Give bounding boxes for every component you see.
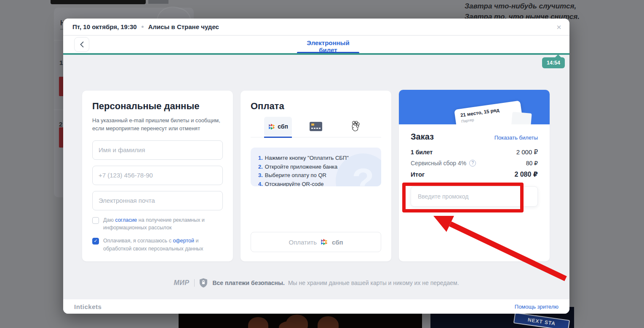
marketing-consent-checkbox[interactable]: ✓: [92, 217, 99, 224]
tab-electronic-ticket[interactable]: Электронный билет: [297, 39, 359, 54]
name-field[interactable]: [92, 140, 223, 160]
modal-tabbar: Электронный билет: [63, 36, 569, 53]
order-row-tickets: 1 билет 2 000 ₽: [411, 148, 538, 156]
personal-data-subtitle: На указанный e-mail пришлем билеты и соо…: [92, 117, 223, 133]
next-station-sign: NEXT STA: [513, 312, 570, 328]
sbp-logo-icon: [268, 123, 276, 131]
help-icon[interactable]: ?: [469, 160, 476, 167]
event-title: Алисы в Стране чудес: [148, 23, 219, 30]
offer-link[interactable]: офертой: [173, 238, 194, 244]
consent-link[interactable]: согласие: [115, 217, 137, 223]
email-field[interactable]: [92, 191, 223, 210]
pay-sbp-button[interactable]: Оплатить сбп: [251, 232, 381, 252]
security-text: Мы не храним данные вашей карты и никому…: [288, 280, 459, 286]
ticket-preview-secondary: [511, 112, 532, 124]
security-bold-text: Все платежи безопасны.: [212, 280, 285, 286]
security-note: МИР Все платежи безопасны. Мы не храним …: [63, 278, 569, 288]
personal-data-title: Персональные данные: [92, 101, 223, 112]
divider: [194, 279, 195, 287]
background-item-number: 2: [59, 121, 62, 128]
payment-methods: сбп: [251, 116, 381, 137]
background-top-bar: [51, 0, 146, 4]
bank-card-icon: [310, 122, 322, 131]
background-top-bar-fragment: [148, 0, 168, 4]
promo-code-input[interactable]: [411, 186, 538, 207]
sbp-step: 2.Откройте приложение банка: [258, 163, 374, 172]
order-body: Заказ Показать билеты 1 билет 2 000 ₽ Се…: [399, 124, 550, 217]
event-date: Пт, 10 октября, 19:30: [72, 23, 137, 30]
order-title: Заказ: [411, 132, 434, 142]
sbp-step: 1.Нажмите кнопку "Оплатить СБП": [258, 154, 374, 163]
order-row-total: Итог 2 080 ₽: [411, 170, 538, 178]
show-tickets-link[interactable]: Показать билеты: [494, 134, 538, 141]
sbp-label: сбп: [278, 123, 288, 130]
payment-title: Оплата: [251, 101, 381, 112]
offer-consent-row: ✓ Оплачивая, я соглашаюсь с офертой и об…: [92, 237, 223, 253]
intickets-logo: Intickets: [74, 303, 102, 310]
modal-footer: Intickets Помощь зрителю: [63, 299, 569, 314]
back-button[interactable]: [74, 37, 89, 52]
mir-logo: МИР: [174, 279, 189, 287]
payment-card: Оплата сбп: [240, 91, 391, 261]
pushkin-card-icon: [348, 120, 361, 133]
payment-method-sbp[interactable]: сбп: [264, 117, 292, 136]
timer-badge: 14:54: [542, 57, 565, 68]
checkout-modal: Пт, 10 октября, 19:30 Алисы в Стране чуд…: [63, 19, 569, 314]
offer-consent-checkbox[interactable]: ✓: [92, 238, 99, 245]
modal-header: Пт, 10 октября, 19:30 Алисы в Стране чуд…: [63, 19, 569, 35]
sbp-logo-icon: [320, 238, 329, 246]
progress-line: [63, 53, 569, 55]
order-card-header: 21 место, 15 ряд Партер: [399, 90, 550, 124]
sbp-step: 3.Выберите оплату по QR: [258, 171, 374, 180]
dot-separator: [142, 26, 144, 28]
close-icon[interactable]: ✕: [553, 22, 564, 33]
marketing-consent-label: Даю согласие на получение рекламных и ин…: [103, 216, 223, 232]
chevron-left-icon: [80, 41, 84, 48]
background-artwork-image: [179, 312, 422, 328]
phone-field[interactable]: [92, 166, 223, 185]
payment-method-card[interactable]: [310, 122, 322, 131]
sbp-instructions: ? 1.Нажмите кнопку "Оплатить СБП" 2.Откр…: [251, 148, 381, 186]
viewer-help-link[interactable]: Помощь зрителю: [515, 304, 558, 310]
background-item-number: 1: [59, 59, 63, 66]
payment-method-pushkin-card[interactable]: [348, 120, 361, 133]
personal-data-card: Персональные данные На указанный e-mail …: [82, 91, 233, 261]
shield-lock-icon: [200, 278, 207, 288]
order-summary-card: 21 место, 15 ряд Партер Заказ Показать б…: [399, 90, 550, 261]
sbp-step: 4.Отсканируйте QR-code: [258, 180, 374, 187]
order-row-service-fee: Сервисный сбор 4%? 80 ₽: [411, 160, 538, 167]
selected-method-underline: [264, 137, 292, 138]
marketing-consent-row: ✓ Даю согласие на получение рекламных и …: [92, 216, 223, 232]
offer-consent-label: Оплачивая, я соглашаюсь с офертой и обра…: [103, 237, 223, 253]
